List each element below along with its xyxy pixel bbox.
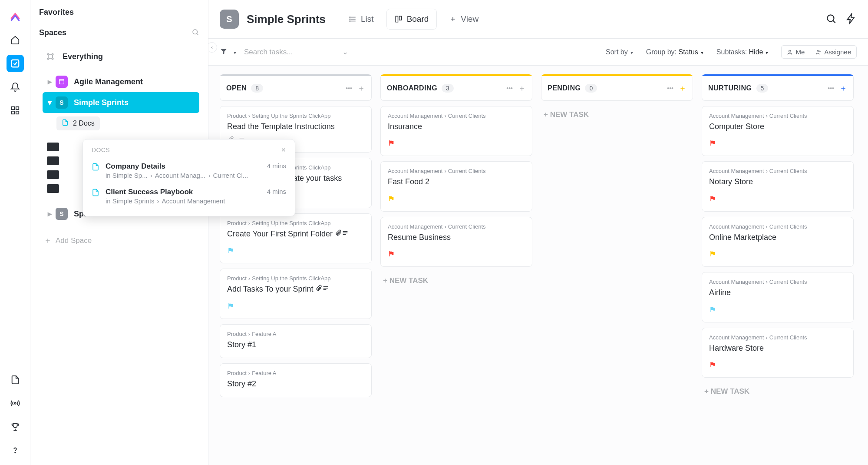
lightning-icon[interactable]: [845, 13, 857, 26]
svg-rect-2: [16, 107, 18, 110]
column-add-button[interactable]: ＋: [679, 83, 686, 93]
task-breadcrumb: Account Management›Current Clients: [709, 223, 846, 230]
filter-dropdown[interactable]: [231, 49, 236, 56]
task-card[interactable]: Product›Setting Up the Sprints ClickAppA…: [220, 269, 372, 319]
svg-rect-4: [16, 111, 18, 114]
folder-placeholder: [47, 184, 59, 193]
search-tasks-input[interactable]: Search tasks... ⌄: [240, 45, 353, 59]
description-icon: [322, 285, 329, 293]
everything-icon: [44, 50, 56, 63]
task-title: Notary Store: [709, 177, 846, 187]
favorites-heading[interactable]: Favorites: [39, 8, 199, 17]
column-title: PENDING: [548, 84, 581, 92]
column-add-button[interactable]: ＋: [518, 83, 526, 93]
task-card[interactable]: Product›Setting Up the Sprints ClickAppC…: [220, 213, 372, 263]
task-title: Story #2: [227, 379, 364, 389]
task-breadcrumb: Account Management›Current Clients: [388, 223, 525, 230]
everything-label: Everything: [63, 52, 103, 61]
broadcast-icon[interactable]: [7, 395, 24, 412]
doc-page-icon: [92, 189, 99, 198]
svg-point-8: [47, 53, 49, 55]
column-header: PENDING0•••＋: [541, 76, 693, 101]
task-breadcrumb: Product›Setting Up the Sprints ClickApp: [227, 113, 364, 119]
tab-list[interactable]: List: [340, 9, 382, 30]
svg-point-24: [819, 51, 820, 52]
task-card[interactable]: Account Management›Current ClientsInsura…: [380, 106, 532, 156]
space-chip[interactable]: S: [220, 10, 239, 29]
column-menu-icon[interactable]: •••: [346, 85, 352, 92]
apps-icon[interactable]: [7, 102, 24, 119]
add-space-button[interactable]: Add Space: [39, 232, 199, 249]
column-count: 3: [442, 84, 454, 93]
subtasks-button[interactable]: Subtasks: Hide: [716, 48, 769, 56]
task-card[interactable]: Product›Feature AStory #2: [220, 363, 372, 397]
doc-row[interactable]: Company Details in Simple Sp...›Account …: [83, 158, 295, 183]
left-rail: [0, 0, 30, 465]
assignee-label: Assignee: [824, 48, 851, 56]
me-filter-button[interactable]: Me: [782, 46, 810, 58]
bell-icon[interactable]: [7, 78, 24, 96]
sidebar-search-icon[interactable]: [191, 28, 199, 37]
help-icon[interactable]: [7, 442, 24, 459]
tab-list-label: List: [361, 14, 374, 24]
svg-point-21: [827, 15, 834, 21]
flag-icon: [709, 250, 716, 259]
folder-placeholder: [47, 170, 59, 179]
task-title: Computer Store: [709, 122, 846, 132]
column-add-button[interactable]: ＋: [357, 83, 365, 93]
column-menu-icon[interactable]: •••: [667, 85, 673, 92]
task-card[interactable]: Account Management›Current ClientsHardwa…: [702, 328, 854, 378]
collapse-sidebar-button[interactable]: ‹: [208, 42, 217, 53]
doc-icon[interactable]: [7, 371, 24, 389]
task-card[interactable]: Product›Feature AStory #1: [220, 324, 372, 358]
task-card[interactable]: Account Management›Current ClientsNotary…: [702, 161, 854, 211]
spaces-heading[interactable]: Spaces: [39, 28, 66, 37]
sidebar-item-agile[interactable]: ▸ Agile Management: [43, 71, 199, 92]
column-menu-icon[interactable]: •••: [828, 85, 834, 92]
filter-icon[interactable]: [220, 47, 228, 56]
agile-icon: [56, 76, 68, 88]
column-menu-icon[interactable]: •••: [506, 85, 513, 92]
tab-add-view[interactable]: View: [441, 9, 487, 30]
task-breadcrumb: Account Management›Current Clients: [709, 334, 846, 341]
sidebar-item-everything[interactable]: Everything: [39, 46, 199, 67]
sidebar-item-simple-sprints[interactable]: ▾ S Simple Sprints: [43, 92, 199, 113]
caret-down-icon: ▾: [48, 98, 56, 107]
doc-row[interactable]: Client Success Playbook in Simple Sprint…: [83, 183, 295, 209]
topbar: S Simple Sprints List Board View: [208, 0, 868, 39]
doc-title: Company Details: [106, 162, 261, 171]
flag-icon: [227, 302, 234, 311]
tasks-icon[interactable]: [7, 55, 24, 72]
sort-by-button[interactable]: Sort by: [606, 48, 633, 56]
task-card[interactable]: Account Management›Current ClientsComput…: [702, 106, 854, 156]
sidebar-item-docs[interactable]: 2 Docs: [56, 116, 100, 130]
svg-point-22: [789, 50, 791, 52]
search-icon[interactable]: [825, 13, 837, 26]
task-title: Add Tasks To your Sprint: [227, 284, 364, 294]
svg-point-11: [52, 58, 53, 59]
task-breadcrumb: Product›Feature A: [227, 331, 364, 337]
tab-board[interactable]: Board: [386, 9, 437, 30]
task-title: Create Your First Sprint Folder: [227, 229, 364, 239]
flag-icon: [388, 195, 395, 203]
close-icon[interactable]: ✕: [281, 146, 286, 153]
flag-icon: [388, 140, 395, 148]
new-task-button[interactable]: + NEW TASK: [541, 106, 693, 123]
trophy-icon[interactable]: [7, 418, 24, 435]
task-card[interactable]: Account Management›Current ClientsResume…: [380, 217, 532, 267]
task-card[interactable]: Account Management›Current ClientsFast F…: [380, 161, 532, 211]
new-task-button[interactable]: + NEW TASK: [380, 272, 532, 289]
assignee-filter-button[interactable]: Assignee: [810, 46, 856, 58]
doc-time: 4 mins: [267, 188, 286, 195]
logo-icon[interactable]: [7, 8, 24, 25]
tab-board-label: Board: [407, 14, 429, 24]
home-icon[interactable]: [7, 31, 24, 49]
task-title: Airline: [709, 288, 846, 298]
group-by-button[interactable]: Group by: Status: [646, 48, 703, 56]
task-card[interactable]: Account Management›Current ClientsOnline…: [702, 217, 854, 267]
svg-point-23: [817, 50, 819, 52]
task-card[interactable]: Account Management›Current ClientsAirlin…: [702, 272, 854, 322]
column-add-button[interactable]: ＋: [839, 83, 847, 93]
flag-icon: [709, 306, 716, 314]
new-task-button[interactable]: + NEW TASK: [702, 383, 854, 400]
